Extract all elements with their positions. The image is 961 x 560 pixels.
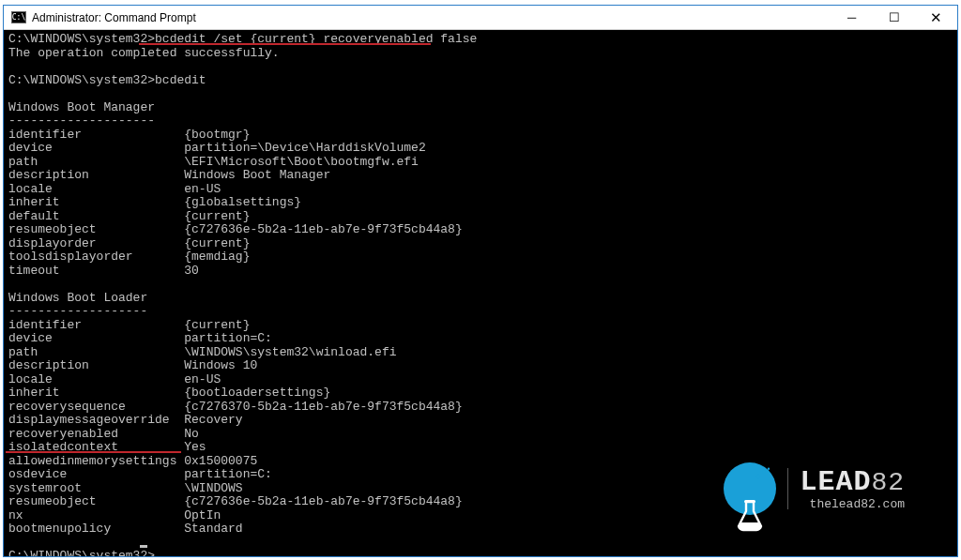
close-button[interactable]: ✕ [915, 6, 957, 29]
bm-device: partition=\Device\HarddiskVolume2 [184, 141, 425, 155]
logo-text: LEAD82 thelead82.com [800, 468, 905, 510]
window-controls: ─ ☐ ✕ [831, 6, 957, 29]
bl-osdevice: partition=C: [184, 467, 272, 481]
bl-identifier: {current} [184, 318, 250, 332]
bl-nx: OptIn [184, 508, 221, 522]
bm-locale: en-US [184, 182, 221, 196]
svg-rect-3 [744, 500, 755, 503]
bm-path: \EFI\Microsoft\Boot\bootmgfw.efi [184, 155, 419, 169]
section-boot-loader: Windows Boot Loader [8, 291, 147, 305]
bm-default: {current} [184, 209, 250, 223]
bm-resumeobject: {c727636e-5b2a-11eb-ab7e-9f73f5cb44a8} [184, 222, 462, 236]
bl-inherit: {bootloadersettings} [184, 386, 330, 400]
prompt: C:\WINDOWS\system32> [8, 32, 155, 46]
bl-path: \WINDOWS\system32\winload.efi [184, 345, 396, 359]
bl-description: Windows 10 [184, 358, 257, 372]
terminal-output[interactable]: C:\WINDOWS\system32>bcdedit /set {curren… [4, 30, 957, 556]
bl-systemroot: \WINDOWS [184, 481, 242, 495]
cursor-icon [140, 545, 147, 548]
window-title: Administrator: Command Prompt [32, 11, 831, 24]
bm-toolsdisplayorder: {memdiag} [184, 250, 250, 264]
bm-timeout: 30 [184, 264, 199, 278]
bl-bootmenupolicy: Standard [184, 522, 242, 536]
bl-locale: en-US [184, 372, 221, 386]
divider [787, 468, 788, 509]
maximize-button[interactable]: ☐ [873, 6, 915, 29]
bl-recoverysequence: {c7276370-5b2a-11eb-ab7e-9f73f5cb44a8} [184, 400, 462, 414]
section-boot-manager: Windows Boot Manager [8, 100, 155, 114]
highlight-underline-icon [6, 451, 181, 453]
highlight-underline-icon [139, 43, 431, 45]
command-prompt-window: C:\ Administrator: Command Prompt ─ ☐ ✕ … [3, 5, 958, 557]
bl-isolatedcontext: Yes [184, 440, 206, 454]
bl-resumeobject: {c727636e-5b2a-11eb-ab7e-9f73f5cb44a8} [184, 494, 462, 508]
cmd-icon: C:\ [11, 11, 26, 23]
titlebar[interactable]: C:\ Administrator: Command Prompt ─ ☐ ✕ [4, 6, 957, 30]
command-2: bcdedit [155, 73, 206, 87]
bm-displayorder: {current} [184, 236, 250, 250]
bm-identifier: {bootmgr} [184, 128, 250, 142]
bm-description: Windows Boot Manager [184, 168, 330, 182]
minimize-button[interactable]: ─ [831, 6, 873, 29]
bl-allowedinmemorysettings: 0x15000075 [184, 454, 257, 468]
prompt: C:\WINDOWS\system32> [8, 549, 155, 556]
result-1: The operation completed successfully. [8, 46, 280, 60]
flask-icon [724, 462, 776, 515]
bl-recoveryenabled: No [184, 427, 199, 441]
bl-displaymessageoverride: Recovery [184, 413, 242, 427]
bl-device: partition=C: [184, 331, 272, 345]
watermark-logo: LEAD82 thelead82.com [724, 462, 905, 515]
bm-inherit: {globalsettings} [184, 195, 301, 209]
prompt: C:\WINDOWS\system32> [8, 73, 155, 87]
svg-point-2 [768, 467, 770, 469]
